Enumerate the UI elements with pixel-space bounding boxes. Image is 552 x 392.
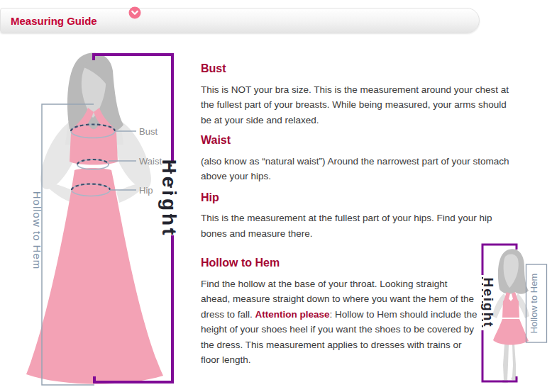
hollow-to-hem-label: Hollow to Hem bbox=[31, 191, 43, 270]
page-title: Measuring Guide bbox=[11, 15, 97, 27]
height-label: Height bbox=[481, 277, 496, 327]
small-dress bbox=[493, 292, 529, 345]
bust-label: Bust bbox=[139, 126, 158, 137]
height-label: Height bbox=[158, 159, 180, 237]
dress-bodice bbox=[70, 123, 118, 164]
section-heading: Waist bbox=[201, 133, 514, 148]
collapse-toggle[interactable] bbox=[128, 6, 141, 19]
section-waist: Waist (also know as “natural waist”) Aro… bbox=[201, 133, 514, 184]
dress-skirt bbox=[493, 319, 529, 345]
dress-bodice bbox=[502, 298, 519, 318]
section-heading: Hip bbox=[201, 190, 514, 206]
measuring-guide-header[interactable]: Measuring Guide bbox=[0, 8, 480, 33]
hip-label: Hip bbox=[139, 185, 153, 196]
section-body: Find the hollow at the base of your thro… bbox=[201, 276, 479, 368]
section-bust: Bust This is NOT your bra size. This is … bbox=[201, 61, 514, 128]
attention-label: Attention please bbox=[255, 309, 330, 320]
small-measurement-diagram: Height Hollow to Hem bbox=[463, 234, 552, 392]
section-body: (also know as “natural waist”) Around th… bbox=[201, 154, 514, 184]
hollow-to-hem-label: Hollow to Hem bbox=[529, 274, 539, 334]
section-body: This is NOT your bra size. This is the m… bbox=[201, 82, 514, 128]
dress-skirt bbox=[26, 168, 163, 384]
chevron-down-icon[interactable] bbox=[128, 6, 141, 19]
section-heading: Bust bbox=[201, 61, 514, 77]
